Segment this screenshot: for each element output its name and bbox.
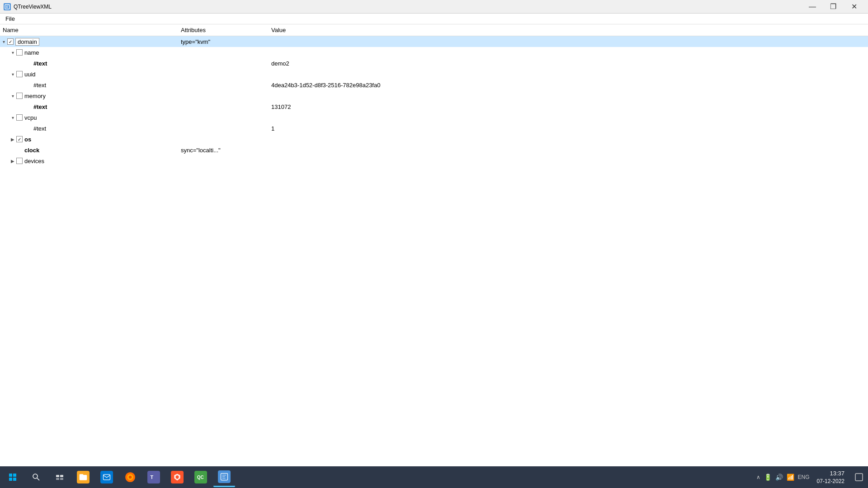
tree-checkbox[interactable] [16,158,23,164]
clock-time: 13:37 [817,469,844,478]
svg-text:QC: QC [197,475,204,480]
tree-checkbox[interactable] [16,136,23,142]
tree-node-label: devices [24,158,44,164]
svg-rect-4 [9,474,12,477]
tree-node-label: name [24,49,39,56]
notification-button[interactable] [852,466,866,488]
tree-cell-value: 4dea24b3-1d52-d8f3-2516-782e98a23fa0 [271,82,868,89]
start-button[interactable] [2,466,24,488]
tree-checkbox[interactable] [16,49,23,56]
svg-rect-6 [9,478,12,481]
svg-point-17 [129,476,132,479]
tree-checkbox[interactable] [16,71,23,77]
tree-node-label: vcpu [24,114,37,121]
tree-cell-name: ▶#text [0,103,181,110]
tree-expander[interactable]: ▶ [9,136,16,143]
volume-icon[interactable]: 🔊 [775,474,783,481]
tree-cell-name: ▶devices [0,157,181,164]
column-value-header: Value [271,27,868,33]
svg-text:T: T [151,474,154,480]
tree-node-label: #text [33,103,47,110]
svg-rect-10 [56,475,59,477]
tree-cell-attrs: sync="localti..." [181,147,271,154]
title-bar-left: QTreeViewXML [4,3,52,10]
tree-node-label: memory [24,93,46,99]
tree-checkbox[interactable] [7,38,14,45]
taskbar-firefox[interactable] [119,467,141,487]
window-controls: — ❐ ✕ [802,0,864,14]
tree-row[interactable]: ▶clocksync="localti..." [0,145,868,155]
tree-cell-name: ▶os [0,136,181,143]
systray-expand[interactable]: ∧ [756,474,760,480]
svg-rect-12 [56,478,59,480]
tree-node-label: os [24,136,31,143]
taskbar-qc[interactable]: QC [190,467,212,487]
tree-cell-name: ▾name [0,49,181,56]
tree-row[interactable]: ▾domaintype="kvm" [0,36,868,47]
app-icon [4,3,11,10]
tree-cell-name: ▶clock [0,146,181,154]
taskbar-explorer[interactable] [72,467,94,487]
tree-node-label: domain [15,38,39,46]
tree-checkbox[interactable] [16,114,23,121]
window-title: QTreeViewXML [14,4,52,10]
battery-icon: 🔋 [764,474,772,481]
tree-cell-attrs: type="kvm" [181,38,271,45]
svg-line-9 [37,478,39,480]
tree-node-label: uuid [24,71,36,78]
clock-date: 07-12-2022 [817,478,844,485]
tree-row[interactable]: ▾vcpu [0,112,868,123]
taskbar-brave[interactable] [166,467,188,487]
tree-row[interactable]: ▶#text4dea24b3-1d52-d8f3-2516-782e98a23f… [0,80,868,90]
tree-expander[interactable]: ▾ [0,38,7,45]
tree-row[interactable]: ▾memory [0,90,868,101]
wifi-icon[interactable]: 📶 [787,474,794,481]
tree-row[interactable]: ▾name [0,47,868,58]
tree-cell-value: 131072 [271,103,868,110]
taskbar-right: ∧ 🔋 🔊 📶 ENG 13:37 07-12-2022 [753,466,866,488]
tree-view: ▾domaintype="kvm"▾name▶#textdemo2▾uuid▶#… [0,36,868,466]
tree-node-label: #text [33,60,47,67]
minimize-button[interactable]: — [802,0,823,14]
taskbar-teams[interactable]: T [143,467,165,487]
tree-cell-name: ▾uuid [0,70,181,78]
taskbar-left: T QC [2,466,235,488]
tree-cell-name: ▶#text [0,125,181,132]
svg-rect-7 [13,478,16,481]
taskbar-outlook[interactable] [96,467,118,487]
tree-row[interactable]: ▶#textdemo2 [0,58,868,69]
title-bar: QTreeViewXML — ❐ ✕ [0,0,868,14]
tree-expander[interactable]: ▾ [9,114,16,121]
tree-cell-name: ▶#text [0,60,181,67]
search-button[interactable] [25,466,47,488]
taskbar-clock[interactable]: 13:37 07-12-2022 [817,469,844,485]
svg-rect-5 [13,474,16,477]
systray: ∧ 🔋 🔊 📶 ENG [753,474,813,481]
taskbar: T QC ∧ 🔋 🔊 [0,466,868,488]
tree-expander[interactable]: ▶ [9,157,16,164]
menu-file[interactable]: File [2,14,19,23]
tree-expander[interactable]: ▾ [9,92,16,99]
task-view-button[interactable] [49,466,71,488]
tree-row[interactable]: ▾uuid [0,69,868,80]
menu-bar: File [0,14,868,24]
maximize-button[interactable]: ❐ [823,0,844,14]
tree-row[interactable]: ▶#text1 [0,123,868,134]
tree-row[interactable]: ▶devices [0,155,868,166]
tree-expander[interactable]: ▾ [9,49,16,56]
tree-cell-name: ▶#text [0,81,181,89]
tree-cell-name: ▾memory [0,92,181,99]
column-name-header: Name [0,27,181,33]
tree-row[interactable]: ▶os [0,134,868,145]
close-button[interactable]: ✕ [844,0,864,14]
tree-node-label: #text [33,82,46,89]
tree-cell-value: 1 [271,125,868,132]
svg-point-8 [33,474,38,479]
tree-node-label: clock [24,147,39,154]
tree-cell-value: demo2 [271,60,868,67]
tree-expander[interactable]: ▾ [9,70,16,78]
tree-checkbox[interactable] [16,93,23,99]
language-indicator[interactable]: ENG [798,474,810,480]
taskbar-qtreeviewxml[interactable] [213,467,235,487]
tree-row[interactable]: ▶#text131072 [0,101,868,112]
